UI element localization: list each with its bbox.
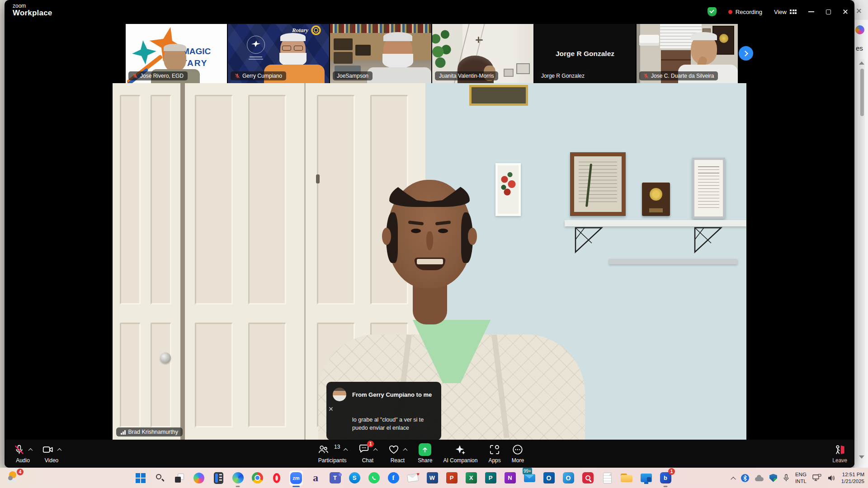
onenote-icon: N	[505, 472, 516, 483]
participant-tile[interactable]: E MAGIC OTARY Jose Rivero, EGD	[126, 24, 227, 83]
share-button[interactable]: Share	[418, 442, 432, 464]
taskbar-weather-widget[interactable]: 4	[5, 470, 21, 485]
door-seam	[304, 83, 306, 440]
taskbar-icon-task-view[interactable]	[173, 470, 186, 486]
bluemail-badge: 1	[668, 468, 675, 475]
titlebar: zoom Workplace Recording View	[5, 0, 854, 23]
participants-button[interactable]: 13 Participants	[317, 442, 347, 464]
taskbar-icon-remote-desktop[interactable]	[639, 470, 653, 486]
taskbar-icon-edge[interactable]	[231, 470, 245, 486]
wood-certificate	[570, 152, 626, 216]
edge-icon	[232, 472, 244, 483]
audio-options-chevron[interactable]	[28, 448, 33, 452]
taskbar-icon-mail-heart[interactable]: ♥	[406, 470, 420, 486]
taskbar-icon-file-explorer[interactable]	[620, 470, 633, 486]
next-participants-button[interactable]	[739, 46, 753, 61]
chat-chevron[interactable]	[373, 448, 378, 452]
chat-notification-popup[interactable]: From Gerry Cumpiano to me lo grabe al "c…	[326, 382, 441, 440]
more-button[interactable]: More	[512, 442, 524, 464]
award-plaque	[642, 183, 670, 216]
plant	[432, 26, 452, 69]
security-tray-icon[interactable]	[769, 474, 777, 482]
security-shield-icon[interactable]	[708, 7, 717, 16]
teeth	[417, 259, 443, 264]
minimize-button[interactable]	[808, 11, 814, 12]
participants-chevron[interactable]	[344, 448, 348, 452]
audio-button[interactable]: Audio	[14, 442, 32, 464]
background-close-icon[interactable]	[856, 8, 862, 14]
taskbar-icon-word[interactable]: W	[425, 470, 439, 486]
camera-icon	[42, 444, 54, 455]
tray-expand-icon[interactable]	[731, 477, 736, 482]
participant-tile[interactable]: Jose C. Duarte da Silveira	[637, 24, 738, 83]
maximize-button[interactable]	[826, 9, 831, 14]
react-chevron[interactable]	[403, 448, 408, 452]
clock[interactable]: 12:51 PM 1/21/2025	[841, 471, 864, 484]
taskbar-icon-zoom[interactable]: zm	[289, 470, 303, 486]
network-icon[interactable]	[812, 474, 821, 482]
tray-mic-icon[interactable]	[783, 474, 789, 482]
close-button[interactable]	[843, 9, 848, 14]
taskbar-icon-notepad[interactable]	[600, 470, 614, 486]
taskbar-icon-publisher[interactable]: P	[484, 470, 497, 486]
taskbar-icon-opera[interactable]	[270, 470, 283, 486]
shelf-bracket	[575, 227, 604, 255]
participant-tile[interactable]: Rotary Gerry Cumpiano	[228, 24, 329, 83]
taskbar-icon-copilot[interactable]	[192, 470, 206, 486]
taskbar-icon-whatsapp[interactable]	[367, 470, 381, 486]
taskbar-icon-excel[interactable]: X	[464, 470, 478, 486]
participant-beard	[382, 54, 413, 68]
participant-name-label: Jose C. Duarte da Silveira	[639, 71, 718, 80]
leave-button[interactable]: Leave	[832, 442, 847, 464]
excel-icon: X	[466, 472, 477, 483]
view-button[interactable]: View	[774, 9, 797, 15]
popup-close-icon[interactable]	[329, 407, 333, 411]
chrome-icon	[252, 472, 263, 483]
speaker-icon[interactable]	[827, 474, 835, 482]
scrollbar-up-icon[interactable]	[859, 61, 864, 65]
participant-tile[interactable]: JoeSampson	[330, 24, 431, 83]
taskbar-icon-mail[interactable]: 99+	[523, 470, 536, 486]
more-icon	[512, 444, 524, 455]
ai-companion-button[interactable]: AI Companion	[443, 442, 477, 464]
video-options-chevron[interactable]	[57, 448, 62, 452]
taskbar-icon-teams[interactable]: T	[328, 470, 342, 486]
view-label: View	[774, 9, 787, 15]
scrollbar-thumb[interactable]	[860, 69, 864, 116]
recording-indicator: Recording	[728, 9, 762, 15]
participant-tile[interactable]: Juanita Valentin-Morris	[432, 24, 533, 83]
taskbar-icon-chrome[interactable]	[250, 470, 264, 486]
scrollbar-down-icon[interactable]	[859, 455, 864, 459]
taskbar-icon-search[interactable]	[153, 470, 167, 486]
taskbar-icon-quick-assist[interactable]	[581, 470, 594, 486]
language-indicator[interactable]: ENG INTL	[795, 471, 807, 484]
video-button[interactable]: Video	[42, 442, 61, 464]
whatsapp-icon	[368, 472, 380, 483]
taskbar-icon-start[interactable]	[134, 470, 147, 486]
scrollbar-track[interactable]	[859, 59, 865, 456]
silver-certificate	[692, 158, 725, 219]
participant-tile[interactable]: Jorge R Gonzalez Jorge R Gonzalez	[534, 24, 636, 83]
taskbar-icon-powerpoint[interactable]: P	[445, 470, 458, 486]
taskbar-icon-facebook[interactable]: f	[387, 470, 400, 486]
taskbar-icon-onenote[interactable]: N	[503, 470, 517, 486]
windows-start-icon	[136, 473, 146, 483]
mouth	[415, 258, 445, 270]
taskbar-icon-outlook-classic[interactable]: O	[542, 470, 556, 486]
taskbar-icon-authy[interactable]: a	[309, 470, 322, 486]
recording-label: Recording	[736, 9, 762, 15]
taskbar-icon-outlook-new[interactable]: O	[561, 470, 575, 486]
wall-frame	[504, 69, 514, 77]
onedrive-icon[interactable]	[755, 477, 764, 481]
taskbar-icon-calculator[interactable]	[212, 470, 225, 486]
apps-button[interactable]: Apps	[488, 442, 500, 464]
ac-unit	[639, 35, 659, 46]
bluetooth-icon[interactable]	[741, 474, 749, 482]
taskbar-icon-bluemail[interactable]: b 1	[659, 470, 672, 486]
chevron-right-icon	[742, 51, 748, 56]
speaker-name-label: Brad Krishnamurthy	[116, 427, 183, 436]
react-button[interactable]: React	[388, 442, 407, 464]
chat-button[interactable]: 1 Chat	[358, 442, 377, 464]
taskbar-icon-skype[interactable]: S	[348, 470, 361, 486]
wall-frame	[516, 63, 530, 74]
